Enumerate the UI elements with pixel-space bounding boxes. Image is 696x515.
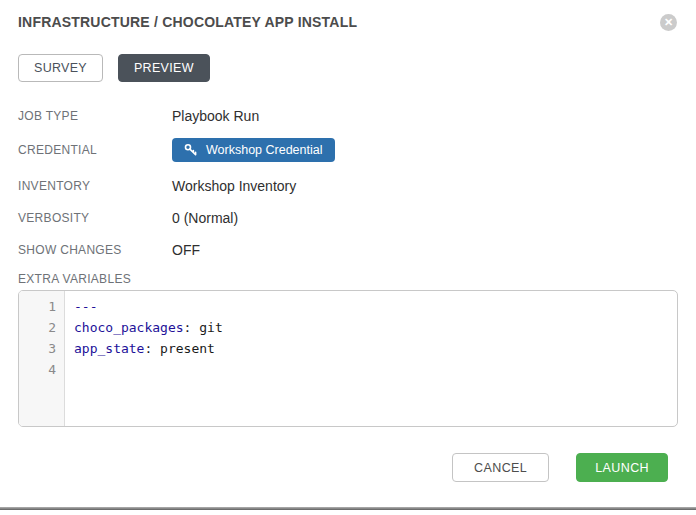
credential-badge-label: Workshop Credential — [206, 143, 323, 157]
code-line: 4 — [19, 359, 677, 380]
code-line: 1 --- — [19, 296, 677, 317]
show-changes-label: SHOW CHANGES — [18, 243, 172, 257]
page-title: INFRASTRUCTURE / CHOCOLATEY APP INSTALL — [18, 14, 357, 31]
job-type-label: JOB TYPE — [18, 109, 172, 123]
line-number: 1 — [19, 296, 65, 317]
line-number: 2 — [19, 317, 65, 338]
inventory-row: INVENTORY Workshop Inventory — [18, 176, 678, 195]
line-number: 3 — [19, 338, 65, 359]
yaml-value: : git — [184, 320, 223, 335]
tab-survey[interactable]: SURVEY — [18, 54, 103, 82]
job-type-row: JOB TYPE Playbook Run — [18, 106, 678, 125]
job-type-value: Playbook Run — [172, 108, 259, 124]
extra-variables-label: EXTRA VARIABLES — [18, 272, 678, 286]
credential-label: CREDENTIAL — [18, 143, 172, 157]
code-line: 2 choco_packages: git — [19, 317, 677, 338]
job-details: JOB TYPE Playbook Run CREDENTIAL Worksho… — [18, 106, 678, 259]
extra-variables-editor[interactable]: 1 --- 2 choco_packages: git 3 app_state:… — [18, 290, 678, 427]
yaml-key: --- — [74, 299, 97, 314]
verbosity-value: 0 (Normal) — [172, 210, 238, 226]
key-icon — [184, 143, 198, 157]
tab-bar: SURVEY PREVIEW — [18, 54, 678, 82]
tab-preview[interactable]: PREVIEW — [118, 54, 210, 82]
yaml-key: choco_packages — [74, 320, 184, 335]
modal-footer: CANCEL LAUNCH — [18, 453, 668, 482]
verbosity-row: VERBOSITY 0 (Normal) — [18, 208, 678, 227]
launch-button[interactable]: LAUNCH — [576, 453, 668, 482]
credential-badge[interactable]: Workshop Credential — [172, 138, 335, 162]
close-icon[interactable]: ✕ — [660, 14, 677, 31]
credential-row: CREDENTIAL Workshop Credential — [18, 138, 678, 162]
line-number: 4 — [19, 359, 65, 380]
yaml-key: app_state — [74, 341, 144, 356]
inventory-value: Workshop Inventory — [172, 178, 296, 194]
show-changes-row: SHOW CHANGES OFF — [18, 240, 678, 259]
page-bottom-edge — [0, 507, 696, 510]
code-line: 3 app_state: present — [19, 338, 677, 359]
yaml-value: : present — [144, 341, 214, 356]
cancel-button[interactable]: CANCEL — [452, 453, 549, 482]
editor-lines: 1 --- 2 choco_packages: git 3 app_state:… — [19, 291, 677, 380]
show-changes-value: OFF — [172, 242, 200, 258]
verbosity-label: VERBOSITY — [18, 211, 172, 225]
inventory-label: INVENTORY — [18, 179, 172, 193]
modal-header: INFRASTRUCTURE / CHOCOLATEY APP INSTALL … — [18, 14, 678, 31]
job-launch-preview-modal: INFRASTRUCTURE / CHOCOLATEY APP INSTALL … — [0, 0, 696, 482]
